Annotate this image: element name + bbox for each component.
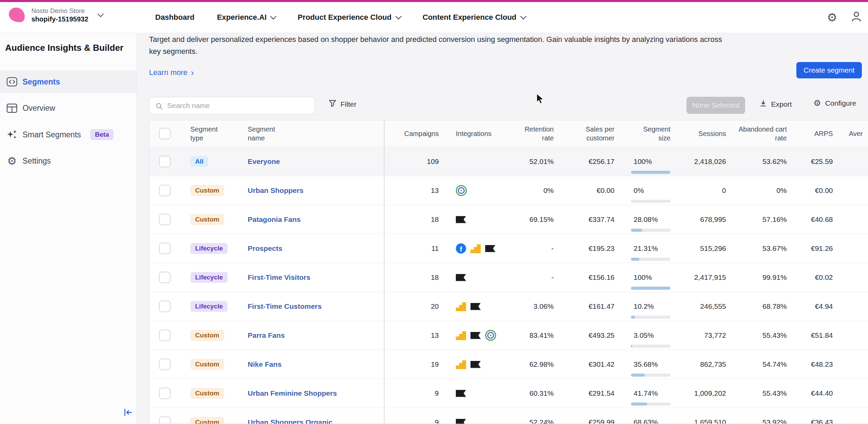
sparkles-icon [6, 129, 17, 140]
row-select-cell [159, 205, 174, 234]
segment-type-badge: Custom [190, 185, 224, 196]
sidebar-item-segments[interactable]: Segments [0, 71, 136, 93]
segment-type-badge: All [190, 156, 208, 167]
campaigns-cell: 9 [385, 408, 439, 424]
row-checkbox[interactable] [159, 330, 171, 341]
segment-name-link[interactable]: Nike Fans [248, 360, 281, 368]
search-input[interactable] [149, 97, 315, 115]
header-retention-rate[interactable]: Retention rate [516, 120, 554, 147]
sales-per-customer-cell: €256.17 [559, 147, 614, 176]
main-nav: Dashboard Experience.AI Product Experien… [155, 2, 525, 33]
sidebar-item-label: Smart Segments [23, 130, 81, 139]
segment-name-link[interactable]: Parra Fans [248, 331, 285, 339]
sidebar-item-settings[interactable]: ⚙ Settings [0, 150, 136, 172]
segment-name-link[interactable]: Patagonia Fans [248, 215, 301, 224]
sessions-cell: 2,417,915 [677, 263, 726, 292]
klaviyo-flag-icon [456, 216, 466, 223]
campaigns-cell: 9 [385, 379, 439, 408]
nav-experience-ai[interactable]: Experience.AI [217, 13, 275, 22]
row-checkbox[interactable] [159, 185, 171, 196]
segment-size-bar [631, 345, 670, 348]
segment-type-cell: Custom [190, 350, 245, 379]
sessions-cell: 678,995 [677, 205, 726, 234]
header-truncated-column[interactable]: Aver [849, 120, 868, 147]
target-rings-icon [485, 330, 496, 341]
table-body: AllEveryone10952.01%€256.17100%2,418,026… [149, 147, 868, 424]
segment-name-cell: Parra Fans [248, 321, 381, 350]
row-checkbox[interactable] [159, 272, 171, 283]
abandoned-cart-rate-cell: 53.92% [735, 408, 787, 424]
segment-type-badge: Lifecycle [190, 272, 228, 283]
create-segment-button[interactable]: Create segment [796, 62, 862, 78]
analytics-bars-icon [471, 244, 481, 253]
header-segment-type[interactable]: Segment type [190, 120, 225, 147]
row-checkbox[interactable] [159, 156, 171, 167]
segment-size-bar [631, 287, 670, 290]
segment-name-link[interactable]: Everyone [248, 157, 280, 166]
segment-type-badge: Lifecycle [190, 301, 228, 312]
none-selected-button[interactable]: None Selected [686, 97, 745, 114]
klaviyo-flag-icon [471, 332, 481, 339]
header-segment-size[interactable]: Segment size [633, 120, 670, 147]
segment-size-bar [631, 229, 670, 232]
header-campaigns[interactable]: Campaigns [385, 120, 439, 147]
header-arps[interactable]: ARPS [783, 120, 833, 147]
arps-cell: €0.02 [783, 263, 833, 292]
nav-content-experience-cloud[interactable]: Content Experience Cloud [423, 13, 525, 22]
segment-type-badge: Lifecycle [190, 243, 228, 254]
segment-name-link[interactable]: Urban Shoppers Organic [248, 418, 333, 424]
select-all-checkbox[interactable] [159, 128, 171, 139]
row-checkbox[interactable] [159, 359, 171, 370]
brand-color-strip [0, 0, 868, 2]
segment-name-link[interactable]: First-Time Visitors [248, 273, 310, 282]
row-checkbox[interactable] [159, 417, 171, 424]
sidebar-item-smart-segments[interactable]: Smart Segments Beta [0, 123, 136, 146]
configure-label: Configure [825, 99, 856, 107]
campaigns-cell: 19 [385, 350, 439, 379]
segment-size-bar [631, 200, 670, 203]
header-sessions[interactable]: Sessions [677, 120, 726, 147]
beta-badge: Beta [90, 129, 114, 140]
abandoned-cart-rate-cell: 54.74% [735, 350, 787, 379]
nav-label: Experience.AI [217, 13, 267, 22]
learn-more-link[interactable]: Learn more › [149, 68, 194, 77]
row-checkbox[interactable] [159, 388, 171, 399]
sales-per-customer-cell: €0.00 [559, 176, 614, 205]
user-profile-icon[interactable] [851, 11, 862, 24]
configure-button[interactable]: ⚙ Configure [813, 99, 856, 107]
nav-dashboard[interactable]: Dashboard [155, 13, 194, 22]
segment-name-cell: Everyone [248, 147, 381, 176]
table-row: CustomPatagonia Fans1869.15%€337.7428.08… [149, 205, 868, 234]
segment-name-cell: Urban Shoppers Organic [248, 408, 381, 424]
segment-name-link[interactable]: Prospects [248, 244, 283, 253]
nav-product-experience-cloud[interactable]: Product Experience Cloud [298, 13, 400, 22]
export-button[interactable]: Export [760, 100, 792, 109]
sidebar-item-overview[interactable]: Overview [0, 97, 136, 119]
row-checkbox[interactable] [159, 243, 171, 254]
segment-type-cell: Custom [190, 176, 245, 205]
segment-name-link[interactable]: Urban Feminine Shoppers [248, 389, 337, 397]
filter-label: Filter [341, 100, 357, 108]
store-switcher[interactable]: Nosto Demo Store shopify-15195932 [9, 7, 102, 23]
row-checkbox[interactable] [159, 214, 171, 225]
header-sales-per-customer[interactable]: Sales per customer [570, 120, 614, 147]
row-checkbox[interactable] [159, 301, 171, 312]
klaviyo-flag-icon [485, 245, 495, 252]
filter-button[interactable]: Filter [329, 100, 357, 109]
sessions-cell: 515,296 [677, 234, 726, 263]
retention-rate-cell: 69.15% [503, 205, 554, 234]
segment-name-link[interactable]: First-Time Customers [248, 302, 322, 311]
top-header-bar: Nosto Demo Store shopify-15195932 Dashbo… [0, 2, 868, 33]
arps-cell: €25.59 [783, 147, 833, 176]
sidebar-collapse-button[interactable] [122, 408, 134, 419]
store-id: shopify-15195932 [31, 15, 88, 23]
segment-name-link[interactable]: Urban Shoppers [248, 186, 303, 195]
klaviyo-flag-icon [471, 303, 481, 310]
table-row: LifecycleFirst-Time Customers203.06%€161… [149, 292, 868, 321]
header-segment-name[interactable]: Segment name [248, 120, 283, 147]
settings-gear-icon[interactable]: ⚙ [827, 12, 837, 23]
nav-label: Product Experience Cloud [298, 13, 391, 22]
header-abandoned-cart-rate[interactable]: Abandoned cart rate [736, 120, 787, 147]
sidebar-item-label: Overview [23, 104, 55, 113]
table-row: CustomUrban Shoppers Organic952.24%€259.… [149, 408, 868, 424]
